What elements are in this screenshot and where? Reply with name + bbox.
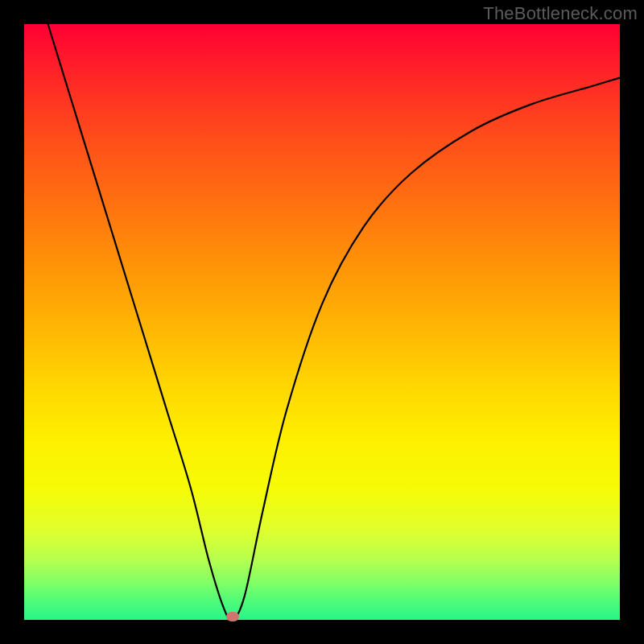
watermark-text: TheBottleneck.com — [483, 3, 638, 24]
chart-frame: TheBottleneck.com — [0, 0, 644, 644]
plot-area — [24, 24, 620, 620]
bottleneck-curve — [24, 24, 620, 620]
min-marker — [226, 612, 239, 621]
